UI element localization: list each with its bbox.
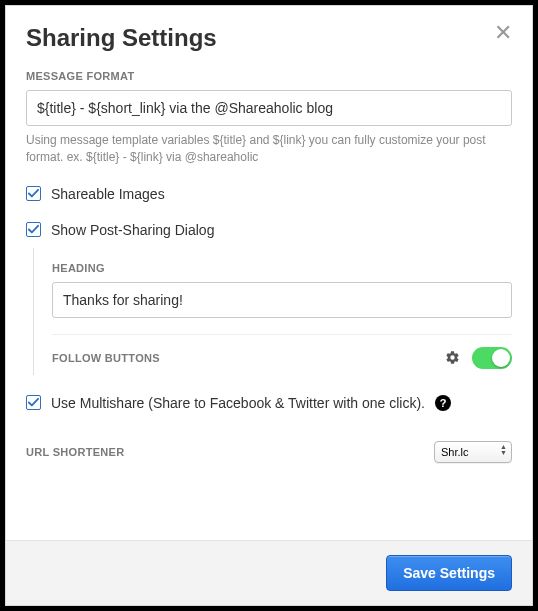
multishare-checkbox[interactable] bbox=[26, 395, 41, 410]
heading-input[interactable] bbox=[52, 282, 512, 318]
dialog-footer: Save Settings bbox=[6, 540, 532, 605]
check-icon bbox=[28, 188, 39, 199]
url-shortener-label: URL SHORTENER bbox=[26, 446, 124, 458]
message-format-section: MESSAGE FORMAT Using message template va… bbox=[26, 70, 512, 166]
dialog-body: Sharing Settings ✕ MESSAGE FORMAT Using … bbox=[6, 6, 532, 540]
toggle-knob bbox=[492, 349, 510, 367]
divider bbox=[52, 334, 512, 335]
post-sharing-row: Show Post-Sharing Dialog bbox=[26, 222, 512, 238]
follow-buttons-toggle[interactable] bbox=[472, 347, 512, 369]
dialog-title: Sharing Settings bbox=[26, 24, 217, 52]
shareable-images-row: Shareable Images bbox=[26, 186, 512, 202]
close-icon[interactable]: ✕ bbox=[494, 22, 512, 44]
multishare-row: Use Multishare (Share to Facebook & Twit… bbox=[26, 395, 512, 411]
shareable-images-checkbox[interactable] bbox=[26, 186, 41, 201]
post-sharing-checkbox[interactable] bbox=[26, 222, 41, 237]
follow-buttons-label: FOLLOW BUTTONS bbox=[52, 352, 160, 364]
chevron-up-down-icon: ▲▼ bbox=[500, 444, 507, 456]
shareable-images-label: Shareable Images bbox=[51, 186, 165, 202]
dialog-header: Sharing Settings ✕ bbox=[26, 24, 512, 70]
post-sharing-subsection: HEADING FOLLOW BUTTONS bbox=[33, 248, 512, 375]
heading-label: HEADING bbox=[52, 262, 512, 274]
post-sharing-label: Show Post-Sharing Dialog bbox=[51, 222, 214, 238]
follow-buttons-row: FOLLOW BUTTONS bbox=[52, 347, 512, 369]
gear-icon[interactable] bbox=[445, 350, 460, 365]
save-settings-button[interactable]: Save Settings bbox=[386, 555, 512, 591]
url-shortener-value: Shr.lc bbox=[441, 446, 469, 458]
help-icon[interactable]: ? bbox=[435, 395, 451, 411]
message-format-label: MESSAGE FORMAT bbox=[26, 70, 512, 82]
url-shortener-row: URL SHORTENER Shr.lc ▲▼ bbox=[26, 441, 512, 463]
url-shortener-select[interactable]: Shr.lc ▲▼ bbox=[434, 441, 512, 463]
message-format-input[interactable] bbox=[26, 90, 512, 126]
message-format-hint: Using message template variables ${title… bbox=[26, 132, 512, 166]
check-icon bbox=[28, 397, 39, 408]
sharing-settings-dialog: Sharing Settings ✕ MESSAGE FORMAT Using … bbox=[5, 5, 533, 606]
multishare-label: Use Multishare (Share to Facebook & Twit… bbox=[51, 395, 425, 411]
check-icon bbox=[28, 224, 39, 235]
follow-buttons-controls bbox=[445, 347, 512, 369]
